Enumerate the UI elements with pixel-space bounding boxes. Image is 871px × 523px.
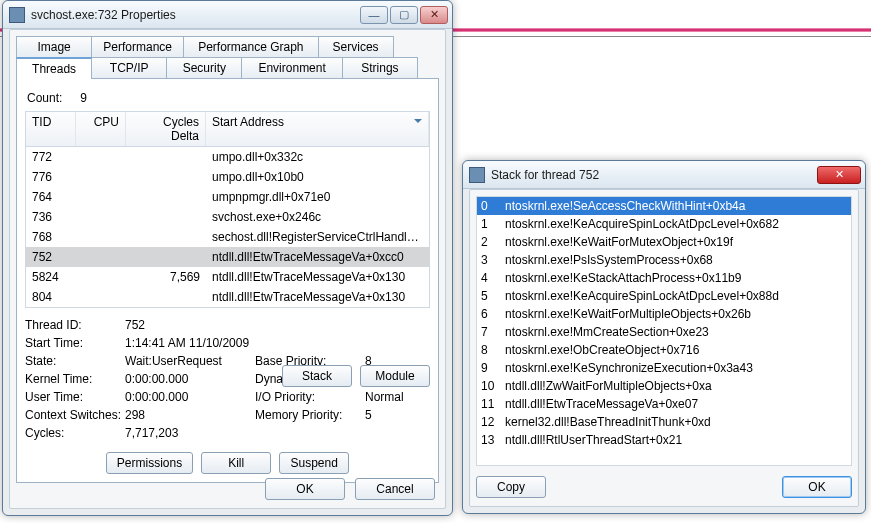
properties-window: svchost.exe:732 Properties — ▢ ✕ Image P… — [2, 0, 453, 516]
client-area: Image Performance Performance Graph Serv… — [9, 29, 446, 509]
frame-text: ntoskrnl.exe!PsIsSystemProcess+0x68 — [501, 251, 851, 269]
stack-frame[interactable]: 1ntoskrnl.exe!KeAcquireSpinLockAtDpcLeve… — [477, 215, 851, 233]
cell-cpu — [76, 208, 126, 226]
suspend-button[interactable]: Suspend — [279, 452, 349, 474]
cell-tid: 752 — [26, 248, 76, 266]
kernel-time-label: Kernel Time: — [25, 372, 125, 386]
stack-frame[interactable]: 9ntoskrnl.exe!KeSynchronizeExecution+0x3… — [477, 359, 851, 377]
context-switches-label: Context Switches: — [25, 408, 125, 422]
frame-index: 13 — [477, 431, 501, 449]
stack-frame[interactable]: 0ntoskrnl.exe!SeAccessCheckWithHint+0xb4… — [477, 197, 851, 215]
stack-frame[interactable]: 6ntoskrnl.exe!KeWaitForMultipleObjects+0… — [477, 305, 851, 323]
frame-index: 10 — [477, 377, 501, 395]
tab-security[interactable]: Security — [166, 57, 242, 79]
window-title: svchost.exe:732 Properties — [31, 8, 360, 22]
frame-text: ntdll.dll!EtwTraceMessageVa+0xe07 — [501, 395, 851, 413]
thread-id-value: 752 — [125, 318, 255, 332]
frame-index: 5 — [477, 287, 501, 305]
table-header: TID CPU Cycles Delta Start Address — [26, 112, 429, 147]
cell-cpu — [76, 288, 126, 306]
stack-frame[interactable]: 8ntoskrnl.exe!ObCreateObject+0x716 — [477, 341, 851, 359]
stack-frame[interactable]: 5ntoskrnl.exe!KeAcquireSpinLockAtDpcLeve… — [477, 287, 851, 305]
frame-text: ntoskrnl.exe!KeAcquireSpinLockAtDpcLevel… — [501, 287, 851, 305]
stack-frame[interactable]: 10ntdll.dll!ZwWaitForMultipleObjects+0xa — [477, 377, 851, 395]
col-cpu[interactable]: CPU — [76, 112, 126, 146]
titlebar[interactable]: svchost.exe:732 Properties — ▢ ✕ — [3, 1, 452, 29]
stack-frame[interactable]: 4ntoskrnl.exe!KeStackAttachProcess+0x11b… — [477, 269, 851, 287]
tab-performance[interactable]: Performance — [91, 36, 184, 57]
module-button[interactable]: Module — [360, 365, 430, 387]
table-row[interactable]: 776umpo.dll+0x10b0 — [26, 167, 429, 187]
memory-priority-label: Memory Priority: — [255, 408, 365, 422]
frame-text: ntoskrnl.exe!MmCreateSection+0xe23 — [501, 323, 851, 341]
cell-cycles-delta — [126, 248, 206, 266]
tab-services[interactable]: Services — [318, 36, 394, 57]
cell-cycles-delta — [126, 288, 206, 306]
col-tid[interactable]: TID — [26, 112, 76, 146]
stack-frame[interactable]: 13ntdll.dll!RtlUserThreadStart+0x21 — [477, 431, 851, 449]
tab-threads[interactable]: Threads — [16, 57, 92, 79]
stack-module-row: Stack Module — [282, 365, 430, 387]
cell-tid: 804 — [26, 288, 76, 306]
frame-index: 6 — [477, 305, 501, 323]
copy-button[interactable]: Copy — [476, 476, 546, 498]
stack-list[interactable]: 0ntoskrnl.exe!SeAccessCheckWithHint+0xb4… — [476, 196, 852, 466]
table-row[interactable]: 764umpnpmgr.dll+0x71e0 — [26, 187, 429, 207]
tab-performance-graph[interactable]: Performance Graph — [183, 36, 318, 57]
stack-frame[interactable]: 11ntdll.dll!EtwTraceMessageVa+0xe07 — [477, 395, 851, 413]
kill-button[interactable]: Kill — [201, 452, 271, 474]
stack-frame[interactable]: 7ntoskrnl.exe!MmCreateSection+0xe23 — [477, 323, 851, 341]
table-row[interactable]: 752ntdll.dll!EtwTraceMessageVa+0xcc0 — [26, 247, 429, 267]
tab-row-1: Image Performance Performance Graph Serv… — [16, 36, 439, 57]
col-start-address[interactable]: Start Address — [206, 112, 429, 146]
cancel-button[interactable]: Cancel — [355, 478, 435, 500]
stack-button[interactable]: Stack — [282, 365, 352, 387]
frame-text: ntoskrnl.exe!KeWaitForMultipleObjects+0x… — [501, 305, 851, 323]
stack-frame[interactable]: 2ntoskrnl.exe!KeWaitForMutexObject+0x19f — [477, 233, 851, 251]
cycles-label: Cycles: — [25, 426, 125, 440]
frame-text: ntoskrnl.exe!KeAcquireSpinLockAtDpcLevel… — [501, 215, 851, 233]
user-time-label: User Time: — [25, 390, 125, 404]
table-row[interactable]: 804ntdll.dll!EtwTraceMessageVa+0x130 — [26, 287, 429, 307]
io-priority-label: I/O Priority: — [255, 390, 365, 404]
ok-button[interactable]: OK — [265, 478, 345, 500]
tab-environment[interactable]: Environment — [241, 57, 343, 79]
close-button[interactable]: ✕ — [817, 166, 861, 184]
thread-action-row: Permissions Kill Suspend — [25, 452, 430, 474]
minimize-button[interactable]: — — [360, 6, 388, 24]
frame-index: 8 — [477, 341, 501, 359]
tab-strings[interactable]: Strings — [342, 57, 418, 79]
app-icon — [9, 7, 25, 23]
close-button[interactable]: ✕ — [420, 6, 448, 24]
context-switches-value: 298 — [125, 408, 255, 422]
table-row[interactable]: 58247,569ntdll.dll!EtwTraceMessageVa+0x1… — [26, 267, 429, 287]
tab-tcpip[interactable]: TCP/IP — [91, 57, 167, 79]
table-row[interactable]: 736svchost.exe+0x246c — [26, 207, 429, 227]
stack-frame[interactable]: 3ntoskrnl.exe!PsIsSystemProcess+0x68 — [477, 251, 851, 269]
cell-tid: 5824 — [26, 268, 76, 286]
table-body[interactable]: 772umpo.dll+0x332c776umpo.dll+0x10b0764u… — [26, 147, 429, 307]
cell-start-address: umpnpmgr.dll+0x71e0 — [206, 188, 429, 206]
io-priority-value: Normal — [365, 390, 435, 404]
kernel-time-value: 0:00:00.000 — [125, 372, 255, 386]
frame-text: ntoskrnl.exe!KeSynchronizeExecution+0x3a… — [501, 359, 851, 377]
stack-footer: Copy OK — [476, 476, 852, 498]
ok-button[interactable]: OK — [782, 476, 852, 498]
cell-cycles-delta — [126, 148, 206, 166]
maximize-button[interactable]: ▢ — [390, 6, 418, 24]
frame-text: kernel32.dll!BaseThreadInitThunk+0xd — [501, 413, 851, 431]
frame-text: ntdll.dll!ZwWaitForMultipleObjects+0xa — [501, 377, 851, 395]
cell-start-address: umpo.dll+0x10b0 — [206, 168, 429, 186]
table-row[interactable]: 768sechost.dll!RegisterServiceCtrlHandle… — [26, 227, 429, 247]
cell-cycles-delta — [126, 168, 206, 186]
table-row[interactable]: 772umpo.dll+0x332c — [26, 147, 429, 167]
cell-cpu — [76, 168, 126, 186]
tab-image[interactable]: Image — [16, 36, 92, 57]
col-cycles-delta[interactable]: Cycles Delta — [126, 112, 206, 146]
frame-text: ntoskrnl.exe!ObCreateObject+0x716 — [501, 341, 851, 359]
permissions-button[interactable]: Permissions — [106, 452, 193, 474]
stack-window: Stack for thread 752 ✕ 0ntoskrnl.exe!SeA… — [462, 160, 866, 514]
stack-frame[interactable]: 12kernel32.dll!BaseThreadInitThunk+0xd — [477, 413, 851, 431]
titlebar[interactable]: Stack for thread 752 ✕ — [463, 161, 865, 189]
cell-cycles-delta: 7,569 — [126, 268, 206, 286]
